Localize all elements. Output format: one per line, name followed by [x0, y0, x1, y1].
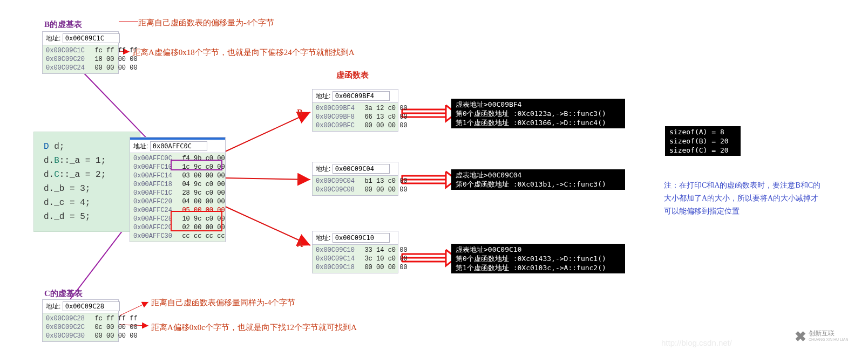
logo-icon: ✖ — [795, 328, 806, 345]
code-l2a: d. — [44, 156, 54, 166]
code-l6: d._d = 5; — [44, 210, 130, 224]
mem-box-b: 地址: 0x00C09C1C 0x00C09C1C fc ff ff ff0x0… — [42, 31, 119, 74]
console-b: 虚表地址>00C09BF4 第0个虚函数地址 :0Xc0123a,->B::fu… — [451, 99, 625, 128]
side-note: 注：在打印C和A的虚函数表时，要注意B和C的大小都加了A的大小，所以要将A的大小… — [664, 179, 823, 218]
title-b-vbtable: B的虚基表 — [44, 19, 82, 30]
code-l3b: C — [54, 170, 59, 180]
mem-box-vc: 地址: 0x00C09C04 0x00C09C04 b1 13 c0 000x0… — [312, 162, 398, 196]
note-c-offset-self: 距离自己虚函数表偏移量同样为-4个字节 — [151, 298, 296, 308]
letter-b: B — [297, 108, 303, 118]
letter-c: C — [297, 175, 303, 184]
svg-line-4 — [224, 112, 310, 152]
note-b-offset-self: 距离自己虚函数表的偏移量为-4个字节 — [138, 18, 275, 28]
mem-addr-va-input[interactable]: 0x00C09C10 — [333, 233, 390, 243]
mem-box-va: 地址: 0x00C09C10 0x00C09C10 33 14 c0 000x0… — [312, 231, 398, 273]
mem-box-main: 地址: 0x00AFFC0C 0x00AFFC0C f4 9b c0 000x0… — [130, 137, 226, 242]
svg-line-13 — [120, 302, 148, 315]
addr-label: 地址: — [316, 234, 330, 242]
code-type-D: D — [44, 142, 54, 152]
mem-addr-b-input[interactable]: 0x00C09C1C — [63, 33, 120, 43]
title-vftable: 虚函数表 — [336, 70, 369, 80]
note-c-offset-a: 距离A偏移0x0c个字节，也就是向下找12个字节就可找到A — [151, 322, 357, 333]
title-c-vbtable: C的虚基表 — [44, 289, 83, 299]
logo-text: 创新互联 — [809, 330, 849, 337]
mem-addr-main-input[interactable]: 0x00AFFC0C — [150, 141, 207, 151]
code-l3a: d. — [44, 170, 54, 180]
mem-addr-vb-input[interactable]: 0x00C09BF4 — [333, 91, 390, 101]
mem-addr-vc-input[interactable]: 0x00C09C04 — [333, 164, 390, 174]
console-c: 虚表地址>00C09C04 第0个虚函数地址 :0Xc013b1,->C::fu… — [451, 169, 625, 190]
code-l4: d._b = 3; — [44, 182, 130, 196]
addr-label: 地址: — [46, 303, 60, 310]
note-b-offset-a: 距离A虚偏移0x18个字节，也就是向下偏移24个字节就能找到A — [132, 47, 355, 58]
logo: ✖ 创新互联CHUANG XIN HU LIAN — [795, 325, 865, 348]
console-a: 虚表地址>00C09C10 第0个虚函数地址 :0Xc01433,->D::fu… — [451, 244, 625, 273]
code-l2c: ::_a = 1; — [59, 156, 106, 166]
mem-body-c: 0x00C09C28 fc ff ff ff0x00C09C2C 0c 00 0… — [43, 313, 118, 341]
code-l3c: ::_a = 2; — [59, 170, 106, 180]
mem-box-vb: 地址: 0x00C09BF4 0x00C09BF4 3a 12 c0 000x0… — [312, 89, 398, 132]
addr-label: 地址: — [133, 142, 148, 150]
mem-body-vb: 0x00C09BF4 3a 12 c0 000x00C09BF8 66 13 c… — [313, 103, 398, 131]
mem-body-va: 0x00C09C10 33 14 c0 000x00C09C14 3c 10 c… — [313, 245, 398, 273]
letter-a: A — [297, 239, 303, 249]
code-block: D d; d.B::_a = 1; d.C::_a = 2; d._b = 3;… — [33, 132, 140, 232]
watermark: http://blog.csdn.net/ — [661, 338, 732, 347]
addr-label: 地址: — [316, 165, 330, 173]
addr-label: 地址: — [46, 35, 60, 42]
mem-body-vc: 0x00C09C04 b1 13 c0 000x00C09C08 00 00 0… — [313, 176, 398, 195]
mem-addr-c-input[interactable]: 0x00C09C28 — [63, 301, 120, 311]
code-l1b: d; — [54, 142, 64, 152]
console-sizeof: sizeof(A) = 8 sizeof(B) = 20 sizeof(C) =… — [665, 126, 741, 156]
mem-header-b: 地址: 0x00C09C1C — [43, 32, 118, 45]
code-l5: d._c = 4; — [44, 196, 130, 210]
code-l2b: B — [54, 156, 59, 166]
mem-body-main: 0x00AFFC0C f4 9b c0 000x00AFFC10 1c 9c c… — [130, 153, 225, 242]
mem-body-b: 0x00C09C1C fc ff ff ff0x00C09C20 18 00 0… — [43, 45, 118, 73]
addr-label: 地址: — [316, 92, 330, 100]
mem-box-c: 地址: 0x00C09C28 0x00C09C28 fc ff ff ff0x0… — [42, 299, 119, 342]
